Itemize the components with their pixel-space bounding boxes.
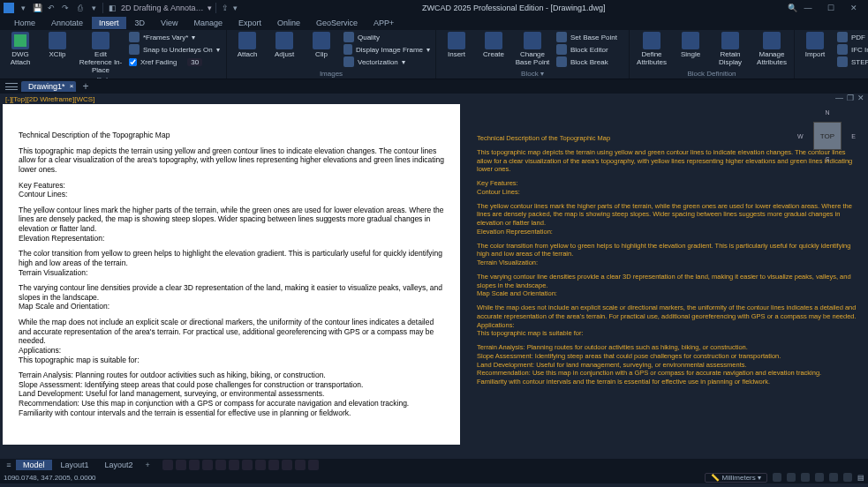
snap-toggle-icon[interactable] [176, 460, 186, 470]
adjust-button[interactable]: Adjust [267, 31, 302, 60]
hamburger-icon[interactable] [5, 81, 18, 92]
save-icon[interactable]: 💾 [32, 3, 42, 13]
tab-home[interactable]: Home [7, 17, 42, 29]
grid-toggle-icon[interactable] [162, 460, 173, 470]
xclip-button[interactable]: XClip [40, 31, 75, 60]
annomonitor-toggle-icon[interactable] [295, 460, 306, 470]
view-cube[interactable]: N S E W TOP [803, 111, 852, 161]
tab-appplus[interactable]: APP+ [366, 17, 401, 29]
polar-toggle-icon[interactable] [202, 460, 213, 470]
display-frame-button[interactable]: Display Image Frame ▾ [341, 43, 433, 56]
tab-export[interactable]: Export [231, 17, 268, 29]
xref-fading-check[interactable] [129, 58, 137, 66]
drawing-canvas[interactable]: [-][Top][2D Wireframe][WCS] — ❐ ✕ Techni… [0, 94, 868, 459]
manage-attrs-button[interactable]: Manage Attributes [752, 31, 791, 68]
add-tab-button[interactable]: + [79, 80, 93, 93]
compass-e[interactable]: E [851, 133, 856, 139]
attach-image-button[interactable]: Attach [230, 31, 265, 60]
layout2-tab[interactable]: Layout2 [98, 460, 140, 470]
tab-3d[interactable]: 3D [128, 17, 153, 29]
lwt-toggle-icon[interactable] [255, 460, 266, 470]
change-basepoint-button[interactable]: Change Base Point [513, 31, 552, 68]
single-button[interactable]: Single [673, 31, 708, 60]
import-button[interactable]: Import [797, 31, 833, 60]
doc-p4: The varying contour line densities provi… [19, 283, 442, 302]
blkedit-icon [556, 44, 567, 55]
model-tab[interactable]: Model [16, 460, 52, 470]
doc-tab[interactable]: Drawing1*× [21, 81, 76, 92]
viewcube-face[interactable]: TOP [813, 122, 842, 150]
status-icon-2[interactable] [787, 473, 796, 482]
define-attrs-button[interactable]: Define Attributes [632, 31, 671, 68]
compass-n[interactable]: N [825, 109, 829, 116]
app-icon[interactable] [4, 3, 14, 13]
close-button[interactable]: ✕ [843, 2, 864, 14]
dwg-attach-button[interactable]: DWG Attach [3, 31, 38, 68]
vectorization-button[interactable]: Vectorization ▾ [341, 56, 433, 68]
manage-label: Manage Attributes [753, 51, 790, 67]
workspace-selector[interactable]: ◧ 2D Drafting & Annota… ▾ [107, 3, 212, 13]
tab-view[interactable]: View [154, 17, 185, 29]
step-import-button[interactable]: STEP Import [834, 56, 868, 68]
edit-reference-button[interactable]: Edit Reference In-Place [77, 31, 125, 75]
status-icon-1[interactable] [773, 473, 781, 482]
redo-icon[interactable]: ↷ [60, 3, 71, 13]
osnap-toggle-icon[interactable] [215, 460, 226, 470]
tab-geoservice[interactable]: GeoService [309, 17, 365, 29]
print-icon[interactable]: ⎙ [74, 3, 85, 13]
xref-fading-row[interactable]: Xref Fading30 [126, 56, 223, 68]
minimize-button[interactable]: — [797, 2, 819, 14]
retain-display-button[interactable]: Retain Display [710, 31, 751, 68]
app-title: ZWCAD 2025 Professional Edition - [Drawi… [241, 4, 787, 12]
maximize-button[interactable]: ☐ [820, 2, 842, 14]
compass-w[interactable]: W [797, 133, 804, 139]
block-break-button[interactable]: Block Break [554, 56, 626, 68]
snap-icon [129, 44, 140, 55]
coordinate-readout[interactable]: 1090.0748, 347.2005, 0.0000 [4, 474, 96, 482]
snap-underlays-toggle[interactable]: Snap to Underlays On ▾ [126, 43, 223, 56]
vp-restore-button[interactable]: ❐ [847, 94, 854, 102]
search-icon[interactable]: 🔍 [787, 3, 797, 13]
otrack-toggle-icon[interactable] [229, 460, 239, 470]
quality-button[interactable]: Quality [341, 31, 433, 43]
xref-fading-value[interactable]: 30 [187, 58, 202, 66]
insert-block-button[interactable]: Insert [439, 31, 474, 60]
layout1-tab[interactable]: Layout1 [54, 460, 96, 470]
clip-button[interactable]: Clip [304, 31, 339, 60]
layout-anchor-icon[interactable]: ≡ [4, 461, 14, 469]
share-icon[interactable]: ⇪ [220, 3, 230, 13]
create-block-button[interactable]: Create [476, 31, 511, 60]
units-display[interactable]: 📏 Millimeters ▾ [705, 473, 767, 483]
viewport-label[interactable]: [-][Top][2D Wireframe][WCS] [5, 95, 94, 103]
tab-online[interactable]: Online [270, 17, 307, 29]
tab-manage[interactable]: Manage [186, 17, 230, 29]
undo-icon[interactable]: ↶ [46, 3, 57, 13]
vp-minimize-button[interactable]: — [835, 94, 843, 102]
new-icon[interactable]: ▾ [18, 3, 28, 13]
status-icon-3[interactable] [801, 473, 810, 482]
pdf-import-button[interactable]: PDF Import [834, 31, 868, 43]
status-menu-icon[interactable]: ▤ [857, 474, 864, 482]
doc-p1: This topographic map depicts the terrain… [19, 146, 444, 175]
status-icon-4[interactable] [815, 473, 824, 482]
doc-mapscale: Map Scale and Orientation: [19, 302, 109, 311]
qat-dropdown-icon[interactable]: ▾ [230, 3, 241, 13]
compass-s[interactable]: S [826, 156, 830, 162]
vp-close-button[interactable]: ✕ [857, 94, 864, 102]
status-icon-6[interactable] [843, 473, 852, 482]
ifc-import-button[interactable]: IFC Import [834, 43, 868, 56]
cycle-toggle-icon[interactable] [282, 460, 292, 470]
close-tab-icon[interactable]: × [70, 82, 74, 90]
tab-annotate[interactable]: Annotate [44, 17, 90, 29]
dyn-toggle-icon[interactable] [242, 460, 253, 470]
set-basepoint-button[interactable]: Set Base Point [554, 31, 626, 43]
tab-insert[interactable]: Insert [92, 17, 126, 29]
frames-dropdown[interactable]: *Frames Vary* ▾ [126, 31, 223, 43]
block-editor-button[interactable]: Block Editor [554, 43, 626, 56]
transparency-toggle-icon[interactable] [268, 460, 279, 470]
qprops-toggle-icon[interactable] [308, 460, 319, 470]
more-qat-icon[interactable]: ▾ [88, 3, 99, 13]
status-icon-5[interactable] [829, 473, 838, 482]
add-layout-button[interactable]: + [142, 461, 154, 469]
ortho-toggle-icon[interactable] [189, 460, 200, 470]
